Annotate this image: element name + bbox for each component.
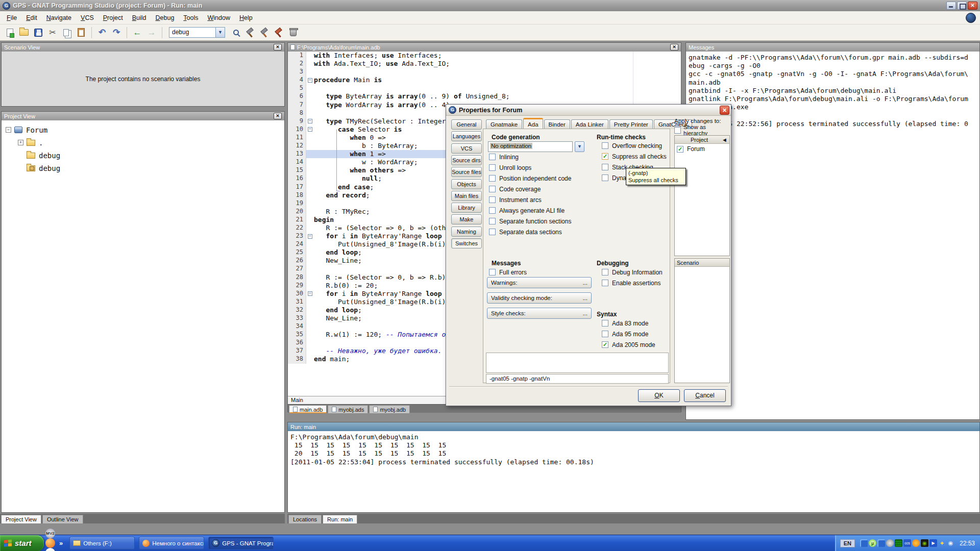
tray-nvidia-icon[interactable]: ◉ <box>921 539 928 547</box>
unroll-loops-checkbox[interactable]: Unroll loops <box>489 162 606 173</box>
cut-icon[interactable]: ✂ <box>46 26 59 39</box>
taskbar-task-others-f[interactable]: Others (F:) <box>69 537 135 549</box>
close-button[interactable]: ✕ <box>968 2 977 10</box>
dialog-side-tab-general[interactable]: General <box>451 119 482 130</box>
menu-tools[interactable]: Tools <box>179 12 203 23</box>
dialog-close-icon[interactable]: ✕ <box>720 106 729 115</box>
minimize-button[interactable] <box>946 2 956 10</box>
inlining-checkbox[interactable]: Inlining <box>489 152 606 162</box>
menu-edit[interactable]: Edit <box>21 12 42 23</box>
collapse-arrow-icon[interactable]: ◄ <box>722 137 727 143</box>
dialog-titlebar[interactable]: G Properties for Forum ✕ <box>446 105 731 116</box>
tray-firewall-icon[interactable] <box>912 539 920 547</box>
quicklaunch-media-player-icon[interactable]: MV2 <box>45 529 55 538</box>
overflow-checking-checkbox[interactable]: Overflow checking <box>602 140 683 151</box>
menu-debug[interactable]: Debug <box>151 12 179 23</box>
style-checks-button[interactable]: Style checks:... <box>487 308 592 319</box>
validity-checking-mode-button[interactable]: Validity checking mode:... <box>487 292 592 304</box>
dialog-tab-ada-linker[interactable]: Ada Linker <box>571 119 608 129</box>
tab-locations[interactable]: Locations <box>288 515 322 523</box>
editor-close-icon[interactable]: ✕ <box>670 44 678 51</box>
dialog-side-tab-objects[interactable]: Objects <box>451 179 482 189</box>
tree-item-forum[interactable]: −Forum <box>2 123 284 136</box>
fold-minus-icon[interactable]: − <box>308 234 312 239</box>
tray-wand-icon[interactable]: ✦ <box>938 539 946 547</box>
compile-icon[interactable] <box>243 26 257 39</box>
always-generate-ali-file-checkbox[interactable]: Always generate ALI file <box>489 205 606 216</box>
tray-network-2-icon[interactable] <box>877 539 885 547</box>
menu-vcs[interactable]: VCS <box>76 12 99 23</box>
dialog-side-tab-library[interactable]: Library <box>451 203 482 213</box>
position-independent-code-checkbox[interactable]: Position independent code <box>489 173 606 184</box>
menu-build[interactable]: Build <box>128 12 151 23</box>
dialog-tab-ada[interactable]: Ada <box>523 118 543 129</box>
paste-icon[interactable] <box>75 26 88 39</box>
tab-project-view[interactable]: Project View <box>1 515 41 523</box>
tray-media-player-icon[interactable]: ▶ <box>929 539 937 547</box>
search-icon[interactable] <box>229 26 242 39</box>
fold-minus-icon[interactable]: − <box>308 127 312 132</box>
taskbar-task-gps-gnat-program[interactable]: GGPS - GNAT Program... <box>208 537 274 549</box>
back-icon[interactable]: ← <box>131 26 144 39</box>
dialog-side-tab-source-dirs[interactable]: Source dirs <box>451 155 482 165</box>
debug-information-checkbox[interactable]: Debug Information <box>602 267 683 278</box>
tray-globe-icon[interactable] <box>886 539 894 547</box>
open-folder-icon[interactable] <box>17 26 31 39</box>
instrument-arcs-checkbox[interactable]: Instrument arcs <box>489 194 606 205</box>
taskbar-task-немного-о-синтакси[interactable]: Немного о синтакси... <box>139 537 204 549</box>
editor-tab-main-adb[interactable]: main.adb <box>289 405 327 413</box>
project-forum-checkbox[interactable]: ✓ Forum <box>675 144 729 154</box>
enable-assertions-checkbox[interactable]: Enable assertions <box>602 278 683 288</box>
build-all-icon[interactable] <box>272 26 285 39</box>
scenario-column-header[interactable]: Scenario <box>675 259 729 267</box>
cancel-button[interactable]: Cancel <box>684 389 726 402</box>
full-errors-checkbox[interactable]: Full errors <box>489 267 591 278</box>
show-as-hierarchy-checkbox[interactable]: Show as hierarchy <box>674 126 731 134</box>
combo-dropdown-icon[interactable]: ▼ <box>575 141 584 152</box>
tree-item-debug[interactable]: debug <box>2 149 284 162</box>
run-console[interactable]: F:\Programs\Ada\forum\debug\main 15 15 1… <box>288 431 979 468</box>
fold-minus-icon[interactable]: − <box>308 78 312 83</box>
scenario-combo[interactable]: debug▼ <box>169 27 225 38</box>
clean-icon[interactable] <box>286 26 300 39</box>
fold-minus-icon[interactable]: − <box>308 119 312 123</box>
undo-icon[interactable]: ↶ <box>95 26 109 39</box>
expander-minus-icon[interactable]: − <box>6 127 11 133</box>
dialog-side-tab-main-files[interactable]: Main files <box>451 191 482 201</box>
dialog-side-tab-switches[interactable]: Switches <box>451 238 482 248</box>
menu-window[interactable]: Window <box>203 12 235 23</box>
build-main-icon[interactable] <box>258 26 271 39</box>
save-icon[interactable] <box>32 26 45 39</box>
forward-icon[interactable]: → <box>145 26 158 39</box>
quicklaunch-opera-icon[interactable]: O <box>45 548 55 551</box>
tray-resource-monitor-icon[interactable] <box>895 539 902 547</box>
dialog-side-tab-vcs[interactable]: VCS <box>451 143 482 154</box>
combo-arrow-icon[interactable]: ▼ <box>216 27 225 38</box>
ok-button[interactable]: OK <box>638 389 680 402</box>
quicklaunch-overflow-icon[interactable]: » <box>59 539 63 547</box>
tab-run-main[interactable]: Run: main <box>323 515 357 523</box>
fold-minus-icon[interactable]: − <box>308 291 312 296</box>
editor-tab-myobj-adb[interactable]: myobj.adb <box>369 405 410 413</box>
dialog-side-tab-languages[interactable]: Languages <box>451 131 482 141</box>
tray-network-icon[interactable] <box>860 539 868 547</box>
redo-icon[interactable]: ↷ <box>110 26 123 39</box>
ada-2005-mode-checkbox[interactable]: ✓Ada 2005 mode <box>602 339 683 350</box>
menu-help[interactable]: Help <box>235 12 257 23</box>
tray-utorrent-icon[interactable]: µ <box>869 539 876 547</box>
optimization-combo[interactable]: No optimization <box>488 141 573 152</box>
language-indicator[interactable]: EN <box>840 539 855 547</box>
maximize-button[interactable] <box>957 2 967 10</box>
dialog-side-tab-make[interactable]: Make <box>451 214 482 224</box>
code-coverage-checkbox[interactable]: Code coverage <box>489 184 606 194</box>
project-column-header[interactable]: Project ◄ <box>675 136 729 144</box>
ada-95-mode-checkbox[interactable]: Ada 95 mode <box>602 329 683 339</box>
dialog-tab-pretty-printer[interactable]: Pretty Printer <box>609 119 653 129</box>
warnings-button[interactable]: Warnings:... <box>487 277 592 288</box>
scenario-view-close-icon[interactable]: ✕ <box>274 44 282 51</box>
separate-function-sections-checkbox[interactable]: Separate function sections <box>489 216 606 227</box>
suppress-all-checks-checkbox[interactable]: ✓Suppress all checks <box>602 151 683 162</box>
dialog-tab-gnatmake[interactable]: Gnatmake <box>486 119 522 129</box>
tree-item-debug[interactable]: debug <box>2 162 284 174</box>
copy-icon[interactable] <box>60 26 74 39</box>
